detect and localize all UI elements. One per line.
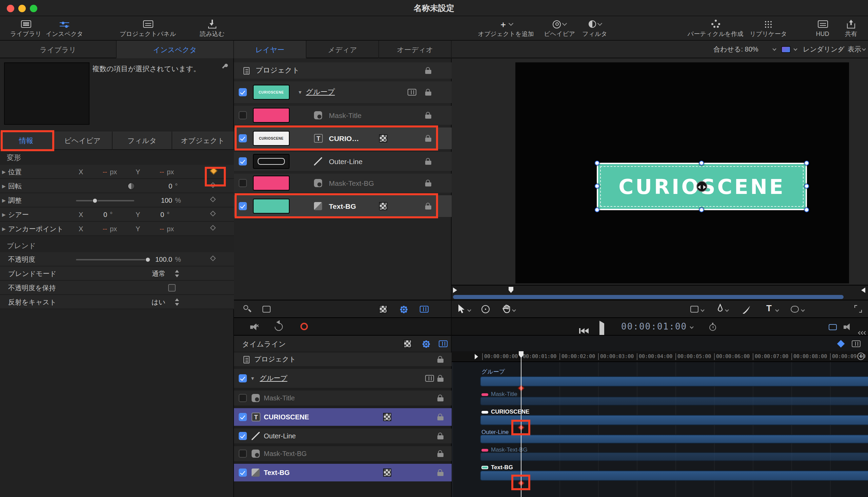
- show-filmstrip-icon[interactable]: [439, 340, 447, 347]
- blend-mode-popup[interactable]: 通常: [133, 267, 166, 281]
- selection-handle[interactable]: [595, 161, 599, 166]
- lock-icon[interactable]: [425, 134, 431, 142]
- behaviors-button[interactable]: ビヘイビア: [541, 18, 578, 39]
- show-behaviors-icon[interactable]: [422, 340, 430, 348]
- replicator-button[interactable]: リプリケータ: [747, 18, 789, 39]
- lock-icon[interactable]: [437, 356, 443, 363]
- lock-icon[interactable]: [437, 450, 443, 457]
- position-y-field[interactable]: --: [144, 165, 164, 179]
- mute-icon[interactable]: [250, 323, 259, 331]
- timeline-row-group[interactable]: ▼ グループ: [234, 369, 452, 388]
- mask-tool-button[interactable]: [791, 306, 799, 313]
- anchor-x-field[interactable]: --: [87, 222, 107, 236]
- layer-row-outer-line[interactable]: Outer-Line: [234, 152, 452, 171]
- mini-playhead-marker[interactable]: [509, 287, 513, 293]
- selection-handle[interactable]: [595, 184, 599, 188]
- shear-x-field[interactable]: 0: [87, 208, 107, 222]
- transform-tool-button[interactable]: [482, 305, 489, 313]
- layer-checkbox[interactable]: [239, 413, 247, 421]
- render-menu[interactable]: レンダリング: [803, 41, 844, 58]
- lock-icon[interactable]: [437, 432, 443, 440]
- record-icon[interactable]: [300, 323, 308, 330]
- layer-row-project[interactable]: プロジェクト: [234, 62, 452, 79]
- opacity-keyframe-button[interactable]: [211, 256, 215, 260]
- paint-stroke-tool-button[interactable]: [742, 304, 751, 317]
- tab-filters[interactable]: フィルタ: [113, 131, 172, 150]
- rotation-keyframe-button[interactable]: [211, 183, 215, 187]
- layer-checkbox[interactable]: [239, 432, 247, 440]
- pin-icon[interactable]: [221, 64, 228, 72]
- lock-icon[interactable]: [425, 202, 431, 210]
- layer-row-curioscene[interactable]: CURIOSCENE T CURIO…: [234, 127, 452, 149]
- disclosure-icon[interactable]: ▶: [2, 165, 6, 179]
- layer-checkbox[interactable]: [239, 134, 247, 142]
- anchor-move-widget[interactable]: [696, 181, 707, 192]
- selection-handle[interactable]: [804, 184, 809, 188]
- lock-icon[interactable]: [425, 158, 431, 165]
- rotation-dial[interactable]: [128, 182, 135, 190]
- text-tool-button[interactable]: T: [766, 303, 772, 313]
- view-menu[interactable]: 表示: [848, 41, 861, 58]
- scale-keyframe-button[interactable]: [211, 197, 215, 201]
- disclosure-icon[interactable]: ▶: [2, 179, 6, 193]
- timeline-row-project[interactable]: プロジェクト: [234, 353, 452, 366]
- filters-button[interactable]: フィルタ: [579, 18, 610, 39]
- selection-handle[interactable]: [804, 208, 809, 212]
- hud-button[interactable]: HUD: [811, 18, 834, 39]
- cast-reflection-popup[interactable]: はい: [133, 295, 166, 309]
- tab-info[interactable]: 情報: [0, 131, 53, 150]
- timeline-row-mask-title[interactable]: Mask-Title: [234, 390, 452, 406]
- timeline-row-curioscene[interactable]: T CURIOSCENE: [234, 408, 452, 426]
- position-keyframe-button[interactable]: [211, 169, 216, 174]
- playhead[interactable]: [521, 351, 522, 497]
- make-particles-button[interactable]: パーティクルを作成: [685, 18, 746, 39]
- shear-keyframe-button[interactable]: [211, 212, 215, 216]
- show-keyframes-icon[interactable]: [837, 340, 845, 348]
- preserve-opacity-checkbox[interactable]: [168, 284, 176, 292]
- layer-checkbox[interactable]: [239, 179, 247, 187]
- pan-tool-button[interactable]: [502, 304, 511, 317]
- disclosure-icon[interactable]: ▶: [2, 222, 6, 236]
- scale-field[interactable]: 100: [140, 193, 172, 208]
- lock-icon[interactable]: [437, 413, 443, 421]
- show-checker-icon[interactable]: [403, 340, 412, 348]
- inspector-button[interactable]: インスペクタ: [45, 18, 84, 39]
- layer-checkbox[interactable]: [239, 469, 247, 477]
- in-point-marker[interactable]: [453, 287, 457, 293]
- selection-handle[interactable]: [699, 208, 704, 212]
- lock-icon[interactable]: [425, 179, 431, 187]
- track-bar-outer-line[interactable]: [480, 435, 868, 443]
- zoom-level-select[interactable]: 合わせる: 80%: [713, 41, 758, 58]
- layer-checkbox[interactable]: [239, 111, 247, 119]
- track-bar-mask-text-bg[interactable]: [480, 452, 868, 461]
- lock-icon[interactable]: [425, 112, 431, 119]
- rotation-field[interactable]: 0: [140, 179, 172, 193]
- layer-row-group[interactable]: CURIOSCENE ▼ グループ: [234, 81, 452, 103]
- loop-icon[interactable]: [273, 321, 284, 332]
- show-filmstrip-icon[interactable]: [420, 306, 429, 313]
- track-bar-mask-title[interactable]: [480, 397, 868, 406]
- track-bar-group[interactable]: [480, 376, 868, 386]
- tab-library[interactable]: ライブラリ: [0, 41, 117, 58]
- lock-icon[interactable]: [437, 469, 443, 476]
- display-icon[interactable]: [829, 324, 837, 330]
- canvas[interactable]: CURIOSCENE: [515, 62, 849, 283]
- library-button[interactable]: ライブラリ: [8, 18, 43, 39]
- layer-row-mask-title[interactable]: Mask-Title: [234, 106, 452, 125]
- tab-behaviors[interactable]: ビヘイビア: [53, 131, 113, 150]
- opacity-field[interactable]: 100.0: [140, 252, 172, 267]
- layer-checkbox[interactable]: [239, 374, 247, 382]
- layer-checkbox[interactable]: [239, 202, 247, 210]
- audio-icon[interactable]: [843, 323, 852, 331]
- timeline-row-mask-text-bg[interactable]: Mask-Text-BG: [234, 446, 452, 461]
- anchor-y-field[interactable]: --: [144, 222, 164, 236]
- layout-icon[interactable]: [262, 306, 271, 313]
- anchor-keyframe-button[interactable]: [211, 226, 215, 230]
- layer-checkbox[interactable]: [239, 394, 247, 402]
- shear-y-field[interactable]: 0: [144, 208, 164, 222]
- scale-slider[interactable]: [76, 200, 134, 201]
- track-bar-curioscene[interactable]: [480, 415, 868, 425]
- opacity-slider[interactable]: [76, 259, 151, 260]
- tab-inspector[interactable]: インスペクタ: [117, 41, 234, 58]
- timeline-zoom-scrollbar[interactable]: [453, 295, 843, 299]
